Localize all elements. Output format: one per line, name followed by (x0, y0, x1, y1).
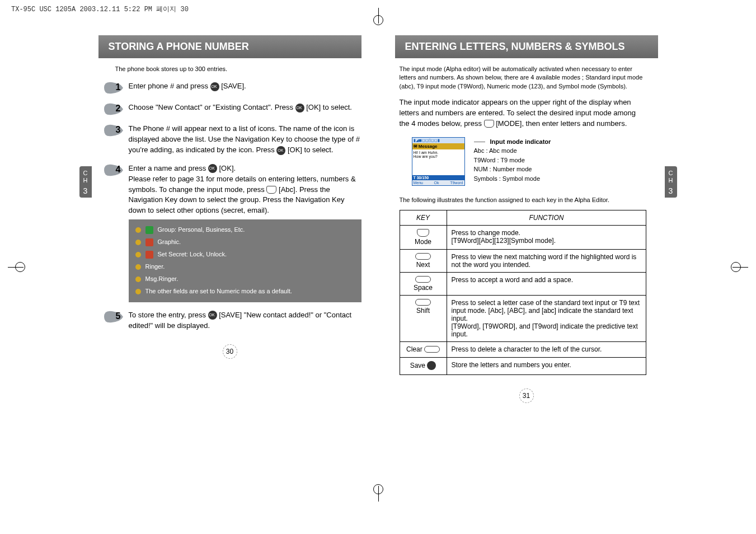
intro-right-1: The input mode (Alpha editor) will be au… (400, 65, 644, 91)
step-4: 4 Enter a name and press [OK]. Please re… (104, 163, 361, 302)
ok-icon (210, 82, 219, 91)
step-number: 1 (116, 82, 121, 92)
indicator-line: Abc : Abc mode (474, 147, 517, 154)
step-2: 2 Choose "New Contact" or "Existing Cont… (104, 102, 361, 116)
step-number: 3 (116, 125, 121, 135)
key-cell: Shift (400, 296, 447, 342)
clear-key-icon (424, 346, 440, 353)
key-function-table: KEY FUNCTION Mode Press to change mode. … (400, 210, 647, 375)
chapter-tab-num: 3 (665, 186, 677, 196)
bullet-dot-icon (135, 289, 141, 294)
bullet-row: Group: Personal, Business, Etc. (135, 224, 355, 236)
crop-mark-left (9, 256, 31, 278)
softkey-mid: Ok (434, 181, 439, 185)
bullet-text: Msg.Ringer. (145, 275, 179, 284)
step-3: 3 The Phone # will appear next to a list… (104, 124, 361, 156)
key-cell: Save (400, 357, 447, 374)
key-label: Mode (415, 238, 431, 246)
step-badge-icon: 3 (104, 124, 123, 137)
title-text: STORING A PHONE NUMBER (109, 41, 249, 53)
bullet-text: Graphic. (158, 238, 181, 247)
func-cell: Press to accept a word and add a space. (447, 273, 646, 296)
step-5: 5 To store the entry, press [SAVE] "New … (104, 310, 361, 331)
table-row: Clear Press to delete a character to the… (400, 342, 646, 358)
softkey-right: T9word (450, 181, 463, 185)
chapter-tab-label: CH (669, 170, 673, 184)
crop-mark-right (725, 256, 747, 278)
ok-icon (276, 146, 285, 155)
phone-body: Hi! I am Huhn. How are you? (412, 149, 464, 175)
bullet-row: The other fields are set to Numeric mode… (135, 285, 355, 298)
group-icon (145, 226, 153, 234)
table-intro: The following illustrates the function a… (400, 196, 644, 204)
ok-icon (208, 164, 217, 173)
table-row: Mode Press to change mode. [T9Word][Abc]… (400, 226, 646, 250)
phone-diagram: ▮◢◼◻◻▯◻◻▮ ✉ Message Hi! I am Huhn. How a… (412, 137, 658, 186)
bullet-dot-icon (135, 240, 141, 245)
step-body: The Phone # will appear next to a list o… (129, 124, 361, 156)
bullet-row: Ringer. (135, 261, 355, 273)
bullet-text: The other fields are set to Numeric mode… (145, 287, 292, 296)
save-key-icon (427, 361, 436, 370)
indicator-line: Symbols : Symbol mode (474, 175, 541, 182)
func-cell: Press to change mode. [T9Word][Abc][123]… (447, 226, 646, 250)
key-label: Save (410, 362, 425, 369)
phone-body-line: How are you? (414, 154, 463, 158)
lock-icon (145, 251, 153, 259)
page-title-left: STORING A PHONE NUMBER (98, 35, 361, 58)
phone-screen: ▮◢◼◻◻▯◻◻▮ ✉ Message Hi! I am Huhn. How a… (412, 137, 465, 186)
space-key-icon (415, 276, 431, 283)
step-body: Enter phone # and press [SAVE]. (129, 81, 246, 92)
step-text: Enter phone # and press (129, 82, 210, 90)
key-label: Clear (406, 345, 422, 353)
step-badge-icon: 4 (104, 163, 123, 177)
chapter-tab-label: CH (83, 170, 88, 184)
key-label: Space (414, 284, 433, 292)
chapter-tab-right: CH 3 (665, 166, 677, 198)
bullet-text: Set Secret: Lock, Unlock. (158, 250, 227, 259)
phone-body-line: Hi! I am Huhn. (414, 151, 463, 154)
page-number-value: 31 (519, 388, 534, 403)
next-key-icon (415, 253, 431, 260)
step-text: To store the entry, press (129, 311, 208, 319)
key-cell: Clear (400, 342, 447, 358)
th-function: FUNCTION (447, 210, 646, 226)
func-cell: Press to delete a character to the left … (447, 342, 646, 358)
step-number: 5 (116, 311, 121, 321)
key-cell: Space (400, 273, 447, 296)
callout-line-icon (474, 142, 485, 142)
page-number-value: 30 (223, 344, 237, 359)
indicator-line: NUM : Number mode (474, 166, 532, 172)
bullet-row: Graphic. (135, 236, 355, 249)
shift-key-icon (415, 299, 431, 306)
phone-footer: T 30/150 (412, 175, 464, 180)
step-number: 4 (116, 165, 121, 175)
intro-text: [MODE], then enter letters and numbers. (496, 119, 627, 128)
bullet-row: Set Secret: Lock, Unlock. (135, 249, 355, 261)
bullet-dot-icon (135, 252, 141, 257)
chapter-tab-num: 3 (79, 186, 92, 196)
page-number-right: 31 (395, 388, 658, 403)
phone-softkeys: Menu Ok T9word (412, 180, 464, 185)
title-text: ENTERING LETTERS, NUMBERS & SYMBOLS (405, 41, 625, 53)
ok-icon (295, 104, 304, 113)
ok-icon (208, 311, 217, 320)
mode-key-icon (484, 120, 494, 128)
phone-titlebar: ✉ Message (412, 143, 464, 149)
table-header-row: KEY FUNCTION (400, 210, 646, 226)
func-cell: Store the letters and numbers you enter. (447, 357, 646, 374)
bullet-text: Ringer. (145, 263, 165, 271)
bullet-dot-icon (135, 227, 141, 233)
step-badge-icon: 1 (104, 81, 123, 95)
page-left: CH 3 STORING A PHONE NUMBER The phone bo… (98, 35, 361, 403)
bullet-dot-icon (135, 264, 141, 270)
page-title-right: ENTERING LETTERS, NUMBERS & SYMBOLS (395, 35, 658, 58)
step-text: [OK] to select. (288, 146, 334, 154)
indicator-line: T9Word : T9 mode (474, 157, 525, 163)
key-label: Shift (416, 307, 430, 315)
step-badge-icon: 2 (104, 102, 123, 116)
mode-key-icon (417, 229, 429, 237)
table-row: Next Press to view the next matching wor… (400, 250, 646, 273)
step-badge-icon: 5 (104, 310, 123, 324)
phone-statusbar: ▮◢◼◻◻▯◻◻▮ (412, 138, 464, 143)
